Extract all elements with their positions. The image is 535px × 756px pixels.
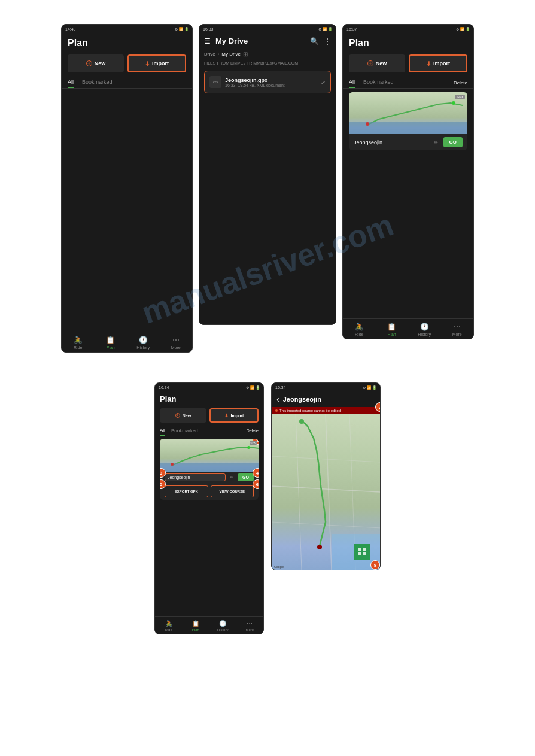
status-icons-s1: ⚙ 📶 🔋	[246, 385, 260, 390]
status-bar-3: 16:37 ⚙ 📶 🔋	[343, 25, 473, 33]
nav-more-1[interactable]: ⋯ More	[164, 336, 188, 350]
import-button-s1[interactable]: ⬇ Import	[209, 408, 259, 423]
import-button-1[interactable]: ⬇ Import	[127, 54, 186, 72]
route-map-s1: 2 GPX	[160, 439, 259, 472]
tab-all-3[interactable]: All	[349, 77, 355, 88]
end-pin-s1	[247, 446, 250, 449]
plan-buttons-3: + New ⬇ Import	[343, 52, 473, 77]
tab-all-1[interactable]: All	[68, 77, 74, 88]
search-icon[interactable]: 🔍	[310, 37, 319, 45]
route-name-row-s1: 3 Jeongseojin ✏ 4 GO	[160, 472, 259, 483]
route-card-s1: 1 2 GPX 3	[160, 439, 259, 500]
error-banner: This imported course cannot be edited	[272, 407, 380, 414]
phone-plan-route: 16:37 ⚙ 📶 🔋 Plan + New ⬇ Import	[342, 24, 474, 339]
plan-empty-3	[343, 154, 473, 318]
gpx-file-info: Jeongseojin.gpx 16:33, 19.54 kB, XML doc…	[225, 77, 317, 87]
error-dot	[275, 409, 278, 412]
new-button-s1[interactable]: + New	[160, 408, 206, 423]
go-button-3[interactable]: GO	[443, 137, 463, 147]
phone-plan-small: 16:34 ⚙ 📶 🔋 Plan + New ⬇ Import	[154, 382, 264, 634]
expand-icon[interactable]: ⤢	[321, 79, 326, 86]
hamburger-icon[interactable]: ☰	[204, 37, 211, 45]
start-pin-s1	[171, 463, 174, 466]
large-map-container: 8 Google	[272, 414, 380, 570]
gpx-file-item[interactable]: </> Jeongseojin.gpx 16:33, 19.54 kB, XML…	[204, 71, 331, 93]
download-icon-s1: ⬇	[224, 413, 229, 418]
plan-title-s1: Plan	[155, 391, 263, 406]
route-map-3: GPX	[349, 92, 467, 134]
delete-btn-s1[interactable]: Delete	[247, 429, 259, 433]
nav-plan-3[interactable]: 📋 Plan	[380, 323, 404, 336]
new-button-3[interactable]: + New	[349, 54, 405, 72]
status-bar-1: 14:40 ⚙ 📶 🔋	[62, 25, 192, 33]
status-bar-2: 16:33 ⚙ 📶 🔋	[199, 25, 336, 33]
download-icon-3: ⬇	[426, 60, 431, 67]
svg-rect-10	[363, 548, 366, 551]
nav-more-3[interactable]: ⋯ More	[445, 323, 469, 336]
bottom-nav-1: 🚴 Ride 📋 Plan 🕐 History ⋯ More	[62, 332, 192, 352]
drive-empty-area	[199, 97, 336, 324]
status-bar-s2: 16:34 ⚙ 📶 🔋	[272, 383, 380, 391]
small-plan-empty	[155, 502, 263, 616]
nav-history-1[interactable]: 🕐 History	[131, 336, 155, 350]
phone-route-map: 16:34 ⚙ 📶 🔋 ‹ Jeongseojin 7 T	[271, 382, 381, 570]
drive-header-icons: 🔍 ⋮	[310, 37, 331, 45]
more-icon[interactable]: ⋮	[324, 37, 331, 45]
error-banner-wrapper: 7 This imported course cannot be edited	[272, 407, 380, 414]
annotation-7: 7	[375, 402, 381, 412]
go-button-s1[interactable]: GO	[238, 473, 254, 481]
bottom-nav-3: 🚴 Ride 📋 Plan 🕐 History ⋯ More	[343, 318, 473, 339]
breadcrumb-mydrive[interactable]: My Drive	[221, 51, 241, 57]
delete-btn-3[interactable]: Delete	[454, 80, 467, 86]
bottom-nav-s1: 🚴 Ride 📋 Plan 🕐 History ⋯ More	[155, 616, 263, 634]
plan-buttons-s1: + New ⬇ Import	[155, 406, 263, 426]
error-text: This imported course cannot be edited	[279, 409, 341, 412]
file-type-icon: </>	[209, 76, 221, 88]
new-button-1[interactable]: + New	[68, 54, 124, 72]
nav-plan-1[interactable]: 📋 Plan	[99, 336, 123, 350]
nav-history-3[interactable]: 🕐 History	[412, 323, 436, 336]
nav-ride-s1[interactable]: 🚴 Ride	[157, 620, 181, 631]
nav-ride-1[interactable]: 🚴 Ride	[66, 336, 90, 350]
route-screen-header: ‹ Jeongseojin	[272, 391, 380, 407]
nav-more-s1[interactable]: ⋯ More	[238, 620, 262, 631]
gpx-badge-s1: GPX	[250, 441, 257, 445]
export-gpx-button[interactable]: EXPORT GPX	[165, 485, 208, 497]
gpx-badge-3: GPX	[455, 95, 465, 99]
map-mode-button[interactable]	[354, 544, 370, 560]
page-container: 14:40 ⚙ 📶 🔋 Plan + New ⬇ Import	[0, 0, 535, 756]
plan-buttons-1: + New ⬇ Import	[62, 52, 192, 77]
edit-icon-s1[interactable]: ✏	[230, 475, 233, 480]
phone-wrapper-small-plan: 16:34 ⚙ 📶 🔋 Plan + New ⬇ Import	[154, 382, 264, 634]
edit-icon-3[interactable]: ✏	[434, 139, 439, 145]
svg-line-4	[272, 456, 380, 462]
svg-point-8	[299, 419, 304, 424]
tab-all-s1[interactable]: All	[160, 426, 165, 436]
phone-plan-empty: 14:40 ⚙ 📶 🔋 Plan + New ⬇ Import	[61, 24, 193, 353]
plan-title-1: Plan	[62, 33, 192, 52]
gpx-file-name: Jeongseojin.gpx	[225, 77, 317, 83]
plan-tabs-3: All Bookmarked Delete	[343, 77, 473, 89]
route-name-input-s1[interactable]: Jeongseojin	[165, 473, 226, 481]
annotation-4: 4	[253, 468, 259, 478]
google-label: Google	[274, 565, 284, 569]
back-arrow-icon[interactable]: ‹	[276, 394, 279, 404]
tab-bookmarked-s1[interactable]: Bookmarked	[171, 426, 198, 435]
export-buttons-s1: 5 EXPORT GPX 6 VIEW COURSE	[160, 483, 259, 500]
row-1-screenshots: 14:40 ⚙ 📶 🔋 Plan + New ⬇ Import	[61, 24, 474, 353]
view-course-button[interactable]: VIEW COURSE	[211, 485, 254, 497]
grid-toggle-icon[interactable]: ⊞	[243, 51, 248, 57]
nav-ride-3[interactable]: 🚴 Ride	[347, 323, 371, 336]
end-pin-3	[452, 101, 455, 105]
tab-bookmarked-3[interactable]: Bookmarked	[363, 77, 394, 88]
plus-icon-1: +	[86, 60, 92, 66]
map-mode-icon	[357, 547, 367, 557]
tab-bookmarked-1[interactable]: Bookmarked	[82, 77, 113, 88]
nav-plan-s1[interactable]: 📋 Plan	[184, 620, 208, 631]
nav-history-s1[interactable]: 🕐 History	[211, 620, 235, 631]
plus-icon-s1: +	[175, 413, 180, 418]
plan-tabs-s1: All Bookmarked Delete	[155, 426, 263, 436]
breadcrumb-drive[interactable]: Drive	[204, 51, 215, 57]
import-button-3[interactable]: ⬇ Import	[409, 54, 467, 72]
download-icon-1: ⬇	[145, 60, 150, 67]
